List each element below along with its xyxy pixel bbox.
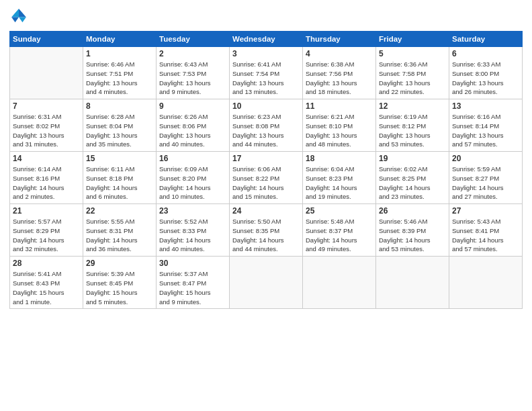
calendar-cell: 26Sunrise: 5:46 AM Sunset: 8:39 PM Dayli…	[376, 204, 449, 257]
week-row-4: 21Sunrise: 5:57 AM Sunset: 8:29 PM Dayli…	[10, 204, 523, 257]
header-thursday: Thursday	[303, 32, 376, 47]
week-row-2: 7Sunrise: 6:31 AM Sunset: 8:02 PM Daylig…	[10, 99, 523, 152]
calendar-cell: 5Sunrise: 6:36 AM Sunset: 7:58 PM Daylig…	[376, 47, 449, 99]
calendar-cell: 15Sunrise: 6:11 AM Sunset: 8:18 PM Dayli…	[83, 152, 157, 204]
day-number: 21	[13, 206, 80, 216]
header-sunday: Sunday	[10, 32, 83, 47]
day-detail: Sunrise: 5:48 AM Sunset: 8:37 PM Dayligh…	[306, 217, 373, 254]
calendar-cell: 10Sunrise: 6:23 AM Sunset: 8:08 PM Dayli…	[230, 99, 303, 152]
day-detail: Sunrise: 5:55 AM Sunset: 8:31 PM Dayligh…	[86, 217, 153, 254]
calendar-cell	[10, 47, 83, 99]
calendar-cell: 30Sunrise: 5:37 AM Sunset: 8:47 PM Dayli…	[157, 257, 230, 309]
day-number: 13	[452, 101, 519, 111]
calendar-cell: 16Sunrise: 6:09 AM Sunset: 8:20 PM Dayli…	[157, 152, 230, 204]
day-detail: Sunrise: 6:02 AM Sunset: 8:25 PM Dayligh…	[379, 165, 446, 201]
day-detail: Sunrise: 6:46 AM Sunset: 7:51 PM Dayligh…	[86, 60, 153, 97]
svg-marker-2	[11, 9, 19, 17]
header-monday: Monday	[83, 32, 157, 47]
calendar-cell: 9Sunrise: 6:26 AM Sunset: 8:06 PM Daylig…	[157, 99, 230, 152]
header-row: SundayMondayTuesdayWednesdayThursdayFrid…	[10, 32, 523, 47]
day-number: 22	[86, 206, 153, 216]
svg-marker-1	[19, 17, 26, 23]
day-detail: Sunrise: 6:21 AM Sunset: 8:10 PM Dayligh…	[306, 112, 373, 149]
calendar-cell: 19Sunrise: 6:02 AM Sunset: 8:25 PM Dayli…	[376, 152, 449, 204]
day-number: 9	[159, 101, 226, 111]
day-number: 4	[306, 49, 373, 58]
day-detail: Sunrise: 6:04 AM Sunset: 8:23 PM Dayligh…	[306, 165, 373, 201]
day-detail: Sunrise: 6:06 AM Sunset: 8:22 PM Dayligh…	[232, 165, 300, 201]
calendar-cell: 22Sunrise: 5:55 AM Sunset: 8:31 PM Dayli…	[83, 204, 157, 257]
day-number: 3	[232, 49, 300, 58]
calendar-cell: 23Sunrise: 5:52 AM Sunset: 8:33 PM Dayli…	[157, 204, 230, 257]
day-number: 29	[86, 259, 153, 268]
day-detail: Sunrise: 5:52 AM Sunset: 8:33 PM Dayligh…	[159, 217, 226, 254]
day-detail: Sunrise: 6:19 AM Sunset: 8:12 PM Dayligh…	[379, 112, 446, 149]
calendar-cell: 3Sunrise: 6:41 AM Sunset: 7:54 PM Daylig…	[230, 47, 303, 99]
calendar-cell: 18Sunrise: 6:04 AM Sunset: 8:23 PM Dayli…	[303, 152, 376, 204]
day-detail: Sunrise: 6:31 AM Sunset: 8:02 PM Dayligh…	[13, 112, 80, 149]
calendar-cell: 13Sunrise: 6:16 AM Sunset: 8:14 PM Dayli…	[449, 99, 523, 152]
day-number: 28	[13, 259, 80, 268]
header-friday: Friday	[376, 32, 449, 47]
calendar-cell: 2Sunrise: 6:43 AM Sunset: 7:53 PM Daylig…	[157, 47, 230, 99]
day-number: 26	[379, 206, 446, 216]
day-number: 16	[159, 154, 226, 163]
day-detail: Sunrise: 5:57 AM Sunset: 8:29 PM Dayligh…	[13, 217, 80, 254]
day-detail: Sunrise: 5:43 AM Sunset: 8:41 PM Dayligh…	[452, 217, 519, 254]
day-detail: Sunrise: 5:39 AM Sunset: 8:45 PM Dayligh…	[86, 269, 153, 306]
day-number: 5	[379, 49, 446, 58]
day-detail: Sunrise: 6:11 AM Sunset: 8:18 PM Dayligh…	[86, 165, 153, 201]
calendar-cell: 25Sunrise: 5:48 AM Sunset: 8:37 PM Dayli…	[303, 204, 376, 257]
day-number: 12	[379, 101, 446, 111]
day-number: 14	[13, 154, 80, 163]
day-number: 30	[159, 259, 226, 268]
day-detail: Sunrise: 6:33 AM Sunset: 8:00 PM Dayligh…	[452, 60, 519, 97]
day-number: 18	[306, 154, 373, 163]
calendar-cell: 27Sunrise: 5:43 AM Sunset: 8:41 PM Dayli…	[449, 204, 523, 257]
day-number: 1	[86, 49, 153, 58]
logo-icon	[9, 7, 28, 26]
calendar-cell	[303, 257, 376, 309]
calendar-cell: 17Sunrise: 6:06 AM Sunset: 8:22 PM Dayli…	[230, 152, 303, 204]
day-number: 10	[232, 101, 300, 111]
day-detail: Sunrise: 6:41 AM Sunset: 7:54 PM Dayligh…	[232, 60, 300, 97]
calendar-cell: 14Sunrise: 6:14 AM Sunset: 8:16 PM Dayli…	[10, 152, 83, 204]
logo	[9, 7, 31, 26]
calendar-cell	[449, 257, 523, 309]
day-number: 17	[232, 154, 300, 163]
svg-marker-0	[19, 9, 26, 17]
calendar-cell: 12Sunrise: 6:19 AM Sunset: 8:12 PM Dayli…	[376, 99, 449, 152]
day-detail: Sunrise: 6:09 AM Sunset: 8:20 PM Dayligh…	[159, 165, 226, 201]
day-number: 6	[452, 49, 519, 58]
calendar-cell	[376, 257, 449, 309]
day-detail: Sunrise: 6:28 AM Sunset: 8:04 PM Dayligh…	[86, 112, 153, 149]
day-detail: Sunrise: 5:41 AM Sunset: 8:43 PM Dayligh…	[13, 269, 80, 306]
day-number: 8	[86, 101, 153, 111]
day-detail: Sunrise: 6:16 AM Sunset: 8:14 PM Dayligh…	[452, 112, 519, 149]
day-number: 11	[306, 101, 373, 111]
week-row-3: 14Sunrise: 6:14 AM Sunset: 8:16 PM Dayli…	[10, 152, 523, 204]
calendar-cell: 21Sunrise: 5:57 AM Sunset: 8:29 PM Dayli…	[10, 204, 83, 257]
day-detail: Sunrise: 5:50 AM Sunset: 8:35 PM Dayligh…	[232, 217, 300, 254]
day-number: 27	[452, 206, 519, 216]
calendar-cell: 20Sunrise: 5:59 AM Sunset: 8:27 PM Dayli…	[449, 152, 523, 204]
calendar-cell: 1Sunrise: 6:46 AM Sunset: 7:51 PM Daylig…	[83, 47, 157, 99]
day-detail: Sunrise: 6:23 AM Sunset: 8:08 PM Dayligh…	[232, 112, 300, 149]
day-detail: Sunrise: 6:43 AM Sunset: 7:53 PM Dayligh…	[159, 60, 226, 97]
week-row-5: 28Sunrise: 5:41 AM Sunset: 8:43 PM Dayli…	[10, 257, 523, 309]
calendar-table: SundayMondayTuesdayWednesdayThursdayFrid…	[9, 31, 523, 309]
calendar-cell: 11Sunrise: 6:21 AM Sunset: 8:10 PM Dayli…	[303, 99, 376, 152]
day-number: 2	[159, 49, 226, 58]
day-number: 24	[232, 206, 300, 216]
header-wednesday: Wednesday	[230, 32, 303, 47]
day-number: 25	[306, 206, 373, 216]
calendar-cell: 7Sunrise: 6:31 AM Sunset: 8:02 PM Daylig…	[10, 99, 83, 152]
day-detail: Sunrise: 6:38 AM Sunset: 7:56 PM Dayligh…	[306, 60, 373, 97]
day-detail: Sunrise: 5:59 AM Sunset: 8:27 PM Dayligh…	[452, 165, 519, 201]
calendar-cell: 8Sunrise: 6:28 AM Sunset: 8:04 PM Daylig…	[83, 99, 157, 152]
day-detail: Sunrise: 6:36 AM Sunset: 7:58 PM Dayligh…	[379, 60, 446, 97]
calendar-cell	[230, 257, 303, 309]
day-detail: Sunrise: 6:26 AM Sunset: 8:06 PM Dayligh…	[159, 112, 226, 149]
day-detail: Sunrise: 5:37 AM Sunset: 8:47 PM Dayligh…	[159, 269, 226, 306]
calendar-cell: 24Sunrise: 5:50 AM Sunset: 8:35 PM Dayli…	[230, 204, 303, 257]
